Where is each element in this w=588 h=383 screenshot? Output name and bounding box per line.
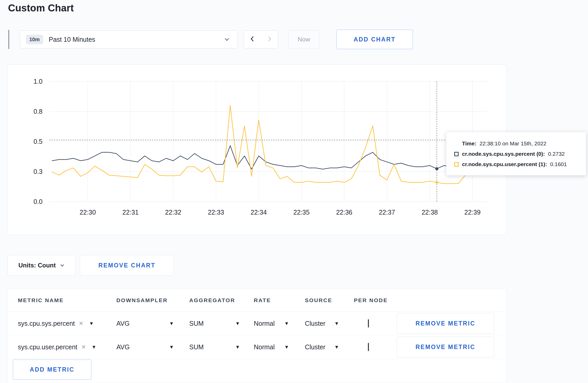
remove-chart-button[interactable]: REMOVE CHART (80, 255, 174, 276)
metric-name-label: sys.cpu.user.percent (18, 343, 77, 351)
table-row: sys.cpu.user.percent × ▾ AVG ▾ SUM ▾ Nor… (8, 335, 506, 359)
caret-down-icon: ▾ (170, 320, 173, 327)
aggregator-select[interactable]: SUM ▾ (189, 320, 239, 327)
caret-down-icon: ▾ (236, 320, 239, 327)
x-tick-label: 22:38 (422, 209, 438, 216)
x-tick-label: 22:35 (293, 209, 310, 216)
metric-name-select[interactable]: sys.cpu.sys.percent × ▾ (18, 320, 116, 327)
tooltip-series-label: cr.node.sys.cpu.sys.percent (0): (462, 151, 545, 157)
series-swatch (454, 152, 459, 156)
hover-point (435, 167, 438, 170)
clear-metric-icon[interactable]: × (79, 320, 83, 327)
caret-down-icon: ▾ (285, 320, 288, 327)
x-tick-label: 22:39 (464, 209, 481, 216)
downsampler-select[interactable]: AVG ▾ (116, 320, 173, 327)
x-tick-label: 22:33 (208, 209, 224, 216)
time-window-select[interactable]: 10m Past 10 Minutes (20, 30, 238, 48)
prev-timewindow-button[interactable] (244, 30, 261, 48)
x-tick-label: 22:31 (122, 209, 139, 216)
col-header-per-node: PER NODE (354, 297, 397, 303)
tooltip-time-row: Time: 22:38:10 on Mar 15th, 2022 (454, 138, 579, 149)
chevron-left-icon (249, 36, 256, 43)
tooltip-series-value: 0.1601 (550, 161, 567, 167)
tooltip-time-label: Time: (462, 140, 477, 147)
timeframe-divider (9, 30, 9, 49)
clear-metric-icon[interactable]: × (81, 343, 86, 351)
remove-metric-button[interactable]: REMOVE METRIC (397, 337, 494, 357)
rate-select[interactable]: Normal ▾ (254, 320, 288, 327)
time-window-badge: 10m (26, 35, 43, 44)
caret-down-icon: ▾ (335, 320, 338, 327)
x-tick-label: 22:36 (336, 209, 352, 216)
time-window-label: Past 10 Minutes (49, 36, 95, 43)
x-tick-label: 22:37 (379, 209, 395, 216)
series-swatch (454, 162, 459, 167)
metric-name-select[interactable]: sys.cpu.user.percent × ▾ (18, 343, 116, 351)
col-header-aggregator: AGGREGATOR (189, 297, 254, 303)
caret-down-icon: ▾ (90, 320, 93, 327)
next-timewindow-button[interactable] (261, 30, 278, 48)
rate-select[interactable]: Normal ▾ (254, 343, 288, 351)
tooltip-series-row: cr.node.sys.cpu.user.percent (1): 0.1601 (454, 159, 579, 169)
metrics-table: METRIC NAME DOWNSAMPLER AGGREGATOR RATE … (8, 289, 506, 383)
chart-tooltip: Time: 22:38:10 on Mar 15th, 2022 cr.node… (446, 132, 586, 175)
chart-svg[interactable]: 0.00.30.50.81.022:3022:3122:3222:3322:34… (8, 65, 506, 231)
table-header-row: METRIC NAME DOWNSAMPLER AGGREGATOR RATE … (8, 289, 506, 312)
tooltip-series-value: 0.2732 (548, 151, 565, 157)
units-select[interactable]: Units: Count (8, 255, 75, 276)
tooltip-series-label: cr.node.sys.cpu.user.percent (1): (462, 161, 547, 167)
x-tick-label: 22:30 (80, 209, 96, 216)
tooltip-series-row: cr.node.sys.cpu.sys.percent (0): 0.2732 (454, 149, 579, 159)
aggregator-select[interactable]: SUM ▾ (189, 343, 239, 351)
source-select[interactable]: Cluster ▾ (305, 320, 338, 327)
table-row: sys.cpu.sys.percent × ▾ AVG ▾ SUM ▾ Norm… (8, 312, 506, 335)
caret-down-icon: ▾ (93, 344, 95, 350)
col-header-rate: RATE (254, 297, 305, 303)
y-tick-label: 0.8 (33, 108, 43, 115)
remove-metric-button[interactable]: REMOVE METRIC (397, 313, 494, 334)
chevron-right-icon (266, 36, 273, 43)
x-tick-label: 22:32 (165, 209, 181, 216)
chevron-down-icon (60, 263, 65, 268)
caret-down-icon: ▾ (335, 344, 338, 350)
caret-down-icon: ▾ (170, 344, 173, 350)
x-tick-label: 22:34 (251, 209, 267, 216)
col-header-downsampler: DOWNSAMPLER (116, 297, 189, 303)
tooltip-time-value: 22:38:10 on Mar 15th, 2022 (480, 140, 547, 147)
add-chart-button[interactable]: ADD CHART (336, 30, 413, 49)
metric-name-label: sys.cpu.sys.percent (18, 320, 75, 327)
y-tick-label: 0.0 (33, 198, 43, 205)
per-node-checkbox[interactable] (368, 319, 369, 328)
chart-card: 0.00.30.50.81.022:3022:3122:3222:3322:34… (8, 65, 506, 235)
per-node-checkbox[interactable] (368, 343, 369, 351)
col-header-source: SOURCE (305, 297, 354, 303)
now-button[interactable]: Now (289, 30, 319, 48)
y-tick-label: 1.0 (33, 78, 43, 85)
caret-down-icon: ▾ (236, 344, 239, 350)
downsampler-select[interactable]: AVG ▾ (116, 343, 173, 351)
hover-point (436, 181, 438, 184)
y-tick-label: 0.3 (33, 168, 43, 175)
page-title: Custom Chart (8, 3, 74, 14)
units-label: Units: Count (18, 262, 56, 269)
y-tick-label: 0.5 (33, 138, 43, 145)
col-header-metric-name: METRIC NAME (18, 297, 116, 303)
series-line (52, 105, 480, 184)
caret-down-icon: ▾ (285, 344, 288, 350)
chevron-down-icon (224, 37, 230, 42)
add-metric-button[interactable]: ADD METRIC (13, 359, 92, 380)
source-select[interactable]: Cluster ▾ (305, 343, 338, 351)
